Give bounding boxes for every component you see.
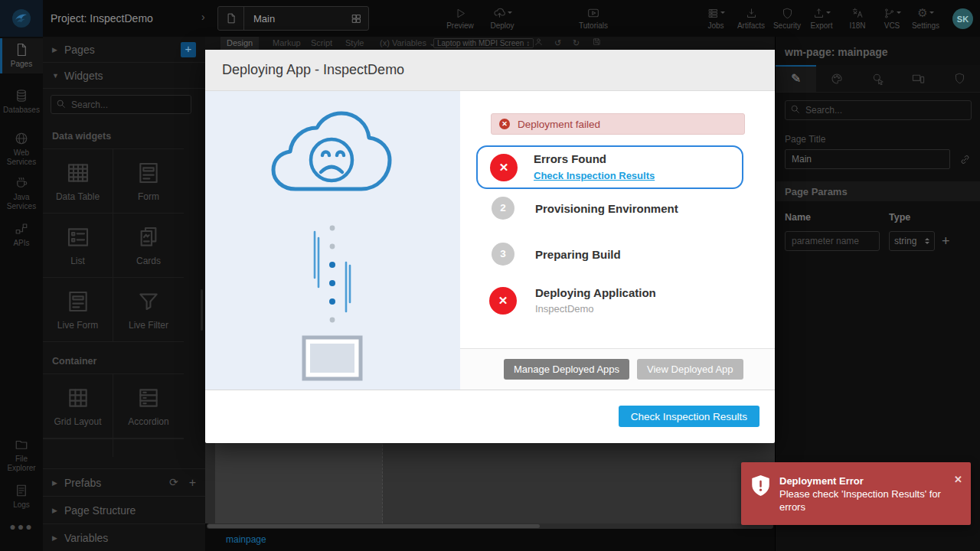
wavemaker-logo-icon[interactable] [0, 0, 43, 37]
user-icon[interactable] [534, 37, 543, 46]
widget-list[interactable]: List [43, 214, 113, 278]
accordion-icon [136, 386, 161, 410]
container-header: Container [43, 342, 205, 373]
variables-toolbar-button[interactable]: (x) Variables ⌄ [380, 37, 436, 50]
variables-row[interactable]: ▶ Variables [43, 523, 205, 551]
caret-right-icon: ▶ [52, 46, 64, 54]
widget-search-input[interactable] [51, 95, 191, 114]
page-title-input[interactable] [785, 149, 950, 169]
close-icon[interactable]: ✕ [954, 474, 962, 485]
check-inspection-results-button[interactable]: Check Inspection Results [619, 406, 760, 427]
rail-item-apis[interactable]: APIs [0, 217, 43, 253]
data-widgets-header: Data widgets [43, 117, 205, 148]
widgets-accordion-row[interactable]: ▼ Widgets [43, 63, 205, 89]
rail-item-databases[interactable]: Databases [0, 84, 43, 119]
prefabs-row[interactable]: ▶ Prefabs ⟳ + [43, 468, 205, 496]
view-deployed-app-button[interactable]: View Deployed App [637, 359, 743, 380]
panel-scrollbar[interactable] [201, 289, 203, 331]
redo-icon[interactable]: ↻ [573, 37, 580, 49]
properties-search-input[interactable] [785, 100, 972, 120]
scrollbar-thumb[interactable] [207, 524, 540, 528]
container-widgets-grid-clipped [43, 439, 184, 457]
page-selector[interactable]: Main [217, 6, 369, 31]
widget-live-form[interactable]: Live Form [43, 278, 113, 342]
manage-deployed-apps-button[interactable]: Manage Deployed Apps [504, 359, 629, 380]
page-file-icon [218, 7, 244, 30]
rail-item-pages[interactable]: Pages [0, 38, 43, 73]
upload-icon [813, 5, 831, 19]
tab-properties[interactable]: ✎ [776, 65, 816, 92]
widget-grid-layout[interactable]: Grid Layout [43, 374, 113, 439]
tab-script[interactable]: Script [305, 37, 338, 50]
page-params-header: Page Params [776, 181, 980, 201]
selected-widget-title: wm-page: mainpage [776, 37, 980, 65]
param-name-input[interactable] [785, 231, 880, 251]
rail-item-logs[interactable]: Logs [0, 479, 43, 514]
search-icon [56, 99, 66, 109]
shield-icon [782, 5, 793, 19]
tab-devices[interactable] [898, 65, 939, 92]
tab-design[interactable]: Design [220, 37, 259, 50]
more-options-icon[interactable]: ●●● [0, 520, 43, 533]
settings-button[interactable]: ⚙ Settings [901, 5, 950, 30]
variables-x-icon: (x) [380, 38, 390, 47]
sad-cloud-illustration [264, 111, 402, 386]
pages-accordion-row[interactable]: ▶ Pages + [43, 37, 205, 63]
active-page-label[interactable]: mainpage [226, 531, 266, 548]
container-widgets-grid: Grid Layout Accordion [43, 373, 184, 439]
tab-markup[interactable]: Markup [266, 37, 307, 50]
refresh-icon[interactable]: ⟳ [169, 476, 178, 490]
widget-data-table[interactable]: Data Table [43, 149, 113, 214]
funnel-icon [136, 289, 161, 314]
api-nodes-icon [15, 222, 28, 236]
tutorials-button[interactable]: Tutorials [569, 5, 618, 30]
device-select[interactable]: Laptop with MDPI Screen ↕ [433, 38, 534, 48]
horizontal-scrollbar[interactable] [207, 523, 773, 529]
widget-form[interactable]: Form [113, 149, 184, 214]
add-param-button[interactable]: + [942, 234, 950, 248]
error-x-icon: ✕ [490, 154, 518, 181]
play-icon [455, 5, 466, 19]
rail-item-file-explorer[interactable]: File Explorer [0, 433, 43, 478]
deploy-illustration [205, 91, 460, 390]
panel-footer-rows: ▶ Prefabs ⟳ + ▶ Page Structure ▶ Variabl… [43, 468, 205, 551]
database-icon [15, 89, 28, 103]
pages-grid-icon[interactable] [351, 14, 361, 24]
widget-partial[interactable] [43, 439, 113, 457]
deploy-steps: ✕ Deployment failed ✕ Errors Found Check… [460, 91, 775, 390]
deployment-error-toast[interactable]: Deployment Error Please check 'Inspectio… [741, 462, 971, 525]
check-inspection-results-link[interactable]: Check Inspection Results [534, 170, 655, 181]
dialog-header: Deploying App - InspectDemo [205, 50, 775, 91]
add-prefab-button[interactable]: + [189, 476, 196, 490]
save-icon[interactable] [593, 37, 601, 46]
widget-search [51, 95, 191, 114]
user-avatar[interactable]: SK [952, 8, 973, 29]
add-page-button[interactable]: + [181, 42, 196, 57]
rail-item-java-services[interactable]: Java Services [0, 171, 43, 216]
rail-item-web-services[interactable]: Web Services [0, 127, 43, 171]
step-subtitle: InspectDemo [535, 303, 656, 315]
tab-events[interactable] [858, 65, 898, 92]
bind-link-icon[interactable] [959, 154, 971, 165]
caret-down-icon: ▼ [52, 72, 64, 80]
data-table-icon [66, 161, 90, 185]
page-title-label: Page Title [785, 134, 971, 145]
tab-style[interactable]: Style [339, 37, 370, 50]
step-number-badge: 2 [492, 197, 514, 220]
widget-live-filter[interactable]: Live Filter [113, 278, 184, 342]
deploy-button[interactable]: Deploy [478, 5, 527, 30]
undo-icon[interactable]: ↺ [554, 37, 561, 49]
page-structure-row[interactable]: ▶ Page Structure [43, 496, 205, 523]
cloud-upload-icon [493, 5, 512, 19]
left-icon-rail: Pages Databases Web Services Java Servic… [0, 37, 43, 551]
deploy-dialog: Deploying App - InspectDemo [205, 50, 775, 443]
top-bar: Project: InspectDemo › Main Preview Depl… [0, 0, 980, 37]
widget-cards[interactable]: Cards [113, 214, 184, 278]
param-type-select[interactable]: string [889, 231, 935, 251]
widget-accordion[interactable]: Accordion [113, 374, 184, 439]
tab-security[interactable] [939, 65, 980, 92]
step-provisioning: 2 Provisioning Environment [460, 197, 678, 220]
error-x-icon: ✕ [489, 287, 517, 315]
tab-styles[interactable] [816, 65, 857, 92]
step-errors-found: ✕ Errors Found Check Inspection Results [476, 145, 743, 189]
